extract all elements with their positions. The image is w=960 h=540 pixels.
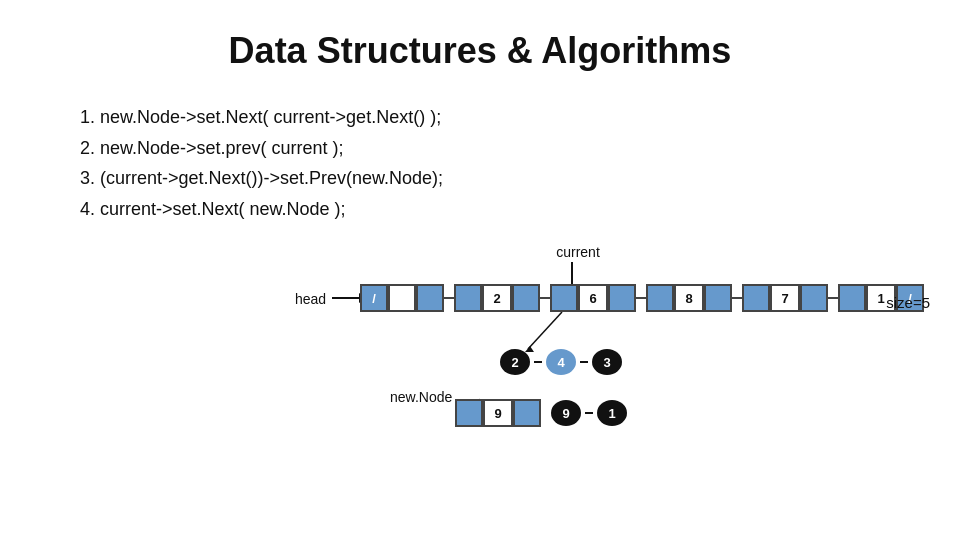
svg-line-4 — [528, 312, 562, 349]
node-2-right — [512, 284, 540, 312]
node-6-left — [838, 284, 866, 312]
node-1-val — [388, 284, 416, 312]
head-arrow — [332, 297, 360, 299]
page-title: Data Structures & Algorithms — [0, 0, 960, 92]
oval-3: 3 — [592, 349, 622, 375]
node-3: 6 — [550, 284, 636, 312]
node-2-val: 2 — [482, 284, 512, 312]
node-5-left — [742, 284, 770, 312]
node-5-val: 7 — [770, 284, 800, 312]
code-step-3: (current->get.Next())->set.Prev(new.Node… — [100, 163, 960, 194]
current-label: current — [548, 244, 608, 260]
node-4-right — [704, 284, 732, 312]
node-1-left: / — [360, 284, 388, 312]
node-2: 2 — [454, 284, 540, 312]
node-2-left — [454, 284, 482, 312]
oval-1: 1 — [597, 400, 627, 426]
code-step-2: new.Node->set.prev( current ); — [100, 133, 960, 164]
node-5: 7 — [742, 284, 828, 312]
newnode-val: 9 — [483, 399, 513, 427]
node-1-right — [416, 284, 444, 312]
newnode-label: new.Node — [390, 389, 452, 405]
newnode-right — [513, 399, 541, 427]
node-4: 8 — [646, 284, 732, 312]
size-label: size=5 — [886, 294, 930, 311]
node-4-val: 8 — [674, 284, 704, 312]
oval-2: 2 — [500, 349, 530, 375]
code-list: new.Node->set.Next( current->get.Next() … — [80, 102, 960, 224]
node-4-left — [646, 284, 674, 312]
oval-9: 9 — [551, 400, 581, 426]
oval-4: 4 — [546, 349, 576, 375]
node-5-right — [800, 284, 828, 312]
newnode-left — [455, 399, 483, 427]
code-step-4: current->set.Next( new.Node ); — [100, 194, 960, 225]
oval-row: 2 4 3 — [500, 349, 622, 375]
code-step-1: new.Node->set.Next( current->get.Next() … — [100, 102, 960, 133]
newnode-row: 9 9 1 — [455, 399, 627, 427]
node-3-left — [550, 284, 578, 312]
node-1: / — [360, 284, 444, 312]
head-label: head — [295, 291, 326, 307]
diagram-svg — [0, 244, 960, 464]
node-3-right — [608, 284, 636, 312]
diagram-area: current head / 2 6 8 — [0, 244, 960, 464]
node-3-val: 6 — [578, 284, 608, 312]
linked-list: / 2 6 8 7 — [360, 284, 924, 312]
